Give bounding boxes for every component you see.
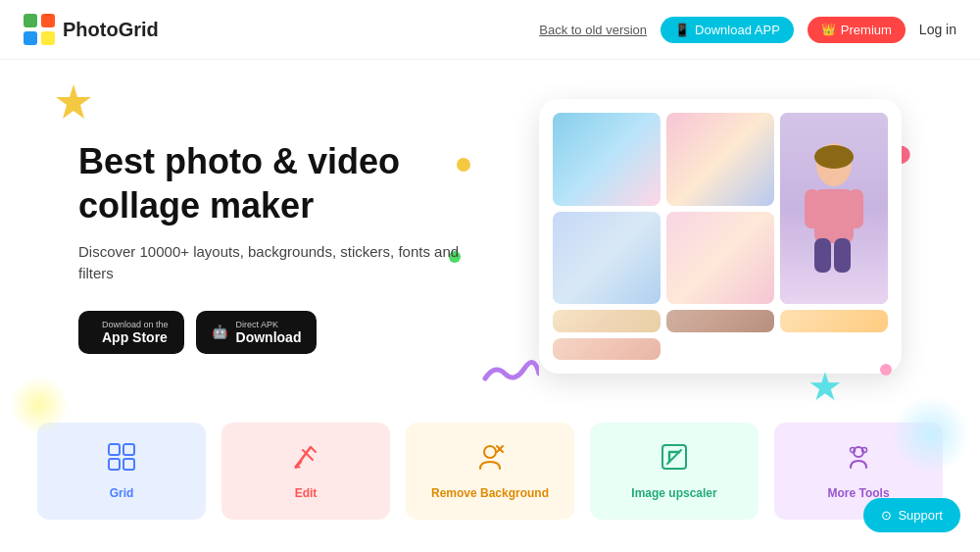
photo-thumb-sky (553, 113, 661, 206)
svg-point-20 (484, 446, 496, 458)
girl-silhouette (785, 135, 883, 282)
blue-star-decoration: ★ (808, 364, 843, 409)
hero-content: Best photo & video collage maker Discove… (78, 139, 490, 354)
header-right: Back to old version 📱 Download APP 👑 Pre… (539, 17, 956, 43)
svg-rect-7 (849, 189, 863, 228)
support-label: Support (898, 508, 943, 523)
edit-icon (291, 442, 320, 478)
hero-title: Best photo & video collage maker (78, 139, 490, 227)
grid-icon (107, 442, 136, 478)
direct-apk-button[interactable]: 🤖 Direct APK Download (196, 311, 318, 354)
tools-section: Grid Edit Remove Background (0, 423, 980, 520)
svg-point-10 (814, 145, 854, 169)
photo-thumb-orange (780, 310, 888, 332)
svg-point-27 (862, 448, 867, 453)
svg-point-26 (851, 448, 856, 453)
tool-remove-bg-label: Remove Background (431, 486, 549, 500)
tool-grid-label: Grid (110, 486, 134, 500)
svg-rect-1 (41, 14, 55, 27)
tool-grid[interactable]: Grid (37, 423, 206, 520)
support-button[interactable]: ⊙ Support (863, 498, 960, 532)
appstore-small-text: Download on the (102, 320, 169, 329)
tool-edit[interactable]: Edit (221, 423, 390, 520)
logo-icon (24, 14, 55, 45)
svg-rect-8 (814, 238, 831, 273)
photo-thumb-pink (666, 113, 774, 206)
purple-squiggle-decoration (480, 359, 539, 388)
photo-thumb-brown (666, 310, 774, 332)
tool-image-upscaler[interactable]: Image upscaler (590, 423, 759, 520)
svg-rect-12 (109, 444, 120, 455)
login-button[interactable]: Log in (919, 22, 956, 37)
download-app-button[interactable]: 📱 Download APP (661, 17, 794, 43)
apk-small-text: Direct APK (236, 320, 279, 329)
crown-icon: 👑 (821, 23, 836, 36)
pink-circle-decoration (880, 364, 892, 376)
photo-thumb-blue (553, 212, 661, 305)
tool-upscaler-label: Image upscaler (631, 486, 716, 500)
photo-thumb-food (553, 310, 661, 332)
svg-rect-13 (123, 444, 134, 455)
photo-thumb-pink-soft (666, 212, 774, 305)
phone-icon: 📱 (674, 23, 690, 37)
tool-edit-label: Edit (295, 486, 318, 500)
hero-visual: ★ (490, 89, 921, 403)
svg-rect-2 (24, 31, 37, 45)
header: PhotoGrid Back to old version 📱 Download… (0, 0, 980, 60)
back-old-version-link[interactable]: Back to old version (539, 23, 647, 37)
upscaler-icon (660, 442, 689, 478)
android-icon: 🤖 (212, 325, 228, 339)
hero-buttons: Download on the App Store 🤖 Direct APK D… (78, 311, 490, 354)
svg-line-18 (311, 447, 316, 452)
logo[interactable]: PhotoGrid (24, 14, 159, 45)
svg-rect-6 (805, 189, 819, 228)
support-icon: ⊙ (881, 508, 892, 523)
apk-big-text: Download (236, 329, 302, 345)
appstore-button[interactable]: Download on the App Store (78, 311, 184, 354)
hero-subtitle: Discover 10000+ layouts, backgrounds, st… (78, 241, 490, 285)
hero-section: Best photo & video collage maker Discove… (0, 60, 980, 423)
photo-thumb-donuts (553, 338, 661, 361)
svg-rect-9 (834, 238, 851, 273)
svg-rect-5 (814, 189, 854, 243)
svg-rect-0 (24, 14, 37, 27)
svg-rect-15 (123, 459, 134, 470)
appstore-big-text: App Store (102, 329, 168, 345)
svg-rect-14 (109, 459, 120, 470)
svg-marker-11 (56, 84, 91, 119)
photo-thumb-main (780, 113, 888, 304)
premium-button[interactable]: 👑 Premium (808, 17, 906, 43)
phone-mockup (539, 99, 902, 374)
svg-rect-3 (41, 31, 55, 45)
more-tools-icon (844, 442, 873, 478)
bg-blue-glow (892, 395, 970, 474)
remove-bg-icon (475, 442, 505, 478)
yellow-star-decoration (49, 79, 98, 128)
logo-text: PhotoGrid (63, 19, 159, 41)
tool-remove-background[interactable]: Remove Background (406, 423, 574, 520)
bg-yellow-glow (10, 376, 69, 434)
ai-section: AI-Powered Marketing Tools (0, 520, 980, 552)
